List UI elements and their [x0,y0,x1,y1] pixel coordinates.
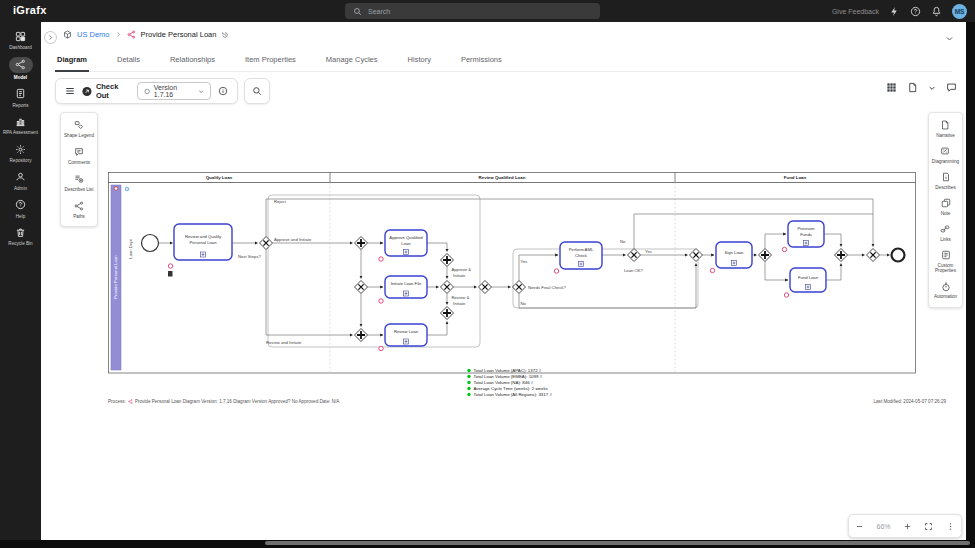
process-share-icon [128,399,133,404]
start-event[interactable] [142,235,159,252]
automation-button[interactable]: Automation [934,282,957,300]
check-out-button[interactable]: Check Out [82,82,130,100]
info-icon[interactable] [218,86,228,96]
process-share-icon [127,30,136,39]
document-icon [168,271,173,277]
nav-item-reports[interactable]: Reports [0,87,41,108]
custom-properties-icon [941,250,951,260]
describes-button[interactable]: Describes [935,172,955,190]
zoom-out-icon[interactable] [855,522,864,531]
project-cube-icon [63,30,72,39]
narrative-button[interactable]: Narrative [936,120,955,138]
tab-diagram[interactable]: Diagram [55,50,89,72]
breadcrumb-project-link[interactable]: US Demo [77,30,110,39]
version-history-icon[interactable] [221,31,229,39]
end-event[interactable] [892,249,905,262]
breadcrumb-current-item: Provide Personal Loan [141,30,217,39]
nav-label: Recycle Bin [8,241,32,246]
paths-icon [74,201,84,211]
custom-properties-button[interactable]: Custom Properties [931,250,960,274]
horizontal-scrollbar[interactable] [265,541,970,545]
nav-item-repository[interactable]: Repository [0,142,41,163]
note-button[interactable]: Note [941,198,951,216]
window-bottom-edge [0,540,975,548]
chevron-down-icon[interactable] [928,84,936,92]
fullscreen-icon[interactable] [924,522,933,531]
check-out-icon [82,86,92,97]
resource-icon [168,264,172,268]
task-sign-loan[interactable]: Sign Loan [716,242,752,268]
hamburger-menu-icon[interactable] [65,86,75,96]
nav-item-model[interactable]: Model [0,57,41,80]
panel-label: Describes List [65,187,94,193]
nav-item-recycle-bin[interactable]: Recycle Bin [0,225,41,246]
nav-item-admin[interactable]: Admin [0,170,41,191]
svg-text:Review and Qualify: Review and Qualify [185,234,222,239]
search-placeholder: Search [368,8,390,15]
task-provision-funds[interactable]: Provision Funds [788,221,824,247]
comment-bubble-icon[interactable] [946,82,957,93]
tab-history[interactable]: History [406,50,433,71]
export-document-icon[interactable] [907,82,918,93]
nav-item-rpa-assessment[interactable]: RPA Assessment [0,114,41,135]
chevron-right-icon [47,34,54,41]
collapse-panel-button[interactable] [44,31,57,44]
legend-item: Total Loan Volume (EMEA): 1099 # [474,374,543,379]
diagramming-button[interactable]: Diagramming [932,146,959,164]
model-icon [9,57,33,73]
gateway-label-loan-ok: Loan OK? [624,268,644,273]
tab-manage-cycles[interactable]: Manage Cycles [324,50,380,71]
task-perform-aml-check[interactable]: Perform AML Check [560,242,602,269]
gateway-label-needs-final-check: Needs Final Check? [528,285,566,290]
task-review-and-qualify-personal-loan[interactable]: Review and Qualify Personal Loan [174,224,232,260]
flow-label-review-initiate-1: Review & [452,295,470,300]
tab-item-properties[interactable]: Item Properties [243,50,298,71]
gear-icon [9,142,33,156]
whats-new-icon[interactable] [889,6,900,17]
task-approve-qualified-loan[interactable]: Approve Qualified Loan [385,230,427,256]
describes-list-button[interactable]: Describes List [65,174,94,192]
diagram-canvas[interactable]: Qualify Loan Review Qualified Loan Fund … [108,172,916,398]
paths-button[interactable]: Paths [73,201,85,219]
collapse-header-caret[interactable] [945,29,954,47]
global-search-input[interactable]: Search [345,3,600,19]
shape-legend-icon [74,120,84,130]
describes-list-icon [74,174,84,184]
task-fund-loan[interactable]: Fund Loan [790,268,826,292]
svg-text:Personal Loan: Personal Loan [189,240,217,245]
nav-item-dashboard[interactable]: Dashboard [0,29,41,50]
help-icon[interactable] [910,6,921,17]
task-review-loan[interactable]: Review Loan [385,324,427,346]
panel-label: Shape Legend [64,133,94,139]
flow-label-approve-initiate-1: Approve & [452,267,472,272]
user-avatar[interactable]: MS [952,4,967,19]
notifications-bell-icon[interactable] [931,6,942,17]
search-icon [252,86,262,96]
svg-text:Perform AML: Perform AML [569,247,594,252]
reports-icon [9,87,33,101]
diagram-right-panel: Narrative Diagramming Describes Note Lin… [928,112,963,308]
rpa-chart-icon [9,114,33,128]
give-feedback-link[interactable]: Give Feedback [832,8,879,15]
comments-button[interactable]: Comments [68,147,90,165]
tab-permissions[interactable]: Permissions [459,50,504,71]
version-label: Version 1.7.16 [154,84,194,98]
links-button[interactable]: Links [940,224,951,242]
nav-item-help[interactable]: Help [0,198,41,219]
tab-relationships[interactable]: Relationships [168,50,217,71]
version-dropdown[interactable]: Version 1.7.16 [137,82,211,100]
tab-details[interactable]: Details [115,50,142,71]
comments-icon [74,147,84,157]
grid-view-icon[interactable] [886,82,897,93]
shape-legend-button[interactable]: Shape Legend [64,120,94,138]
resource-icon [379,299,383,303]
svg-text:Initiate Loan File: Initiate Loan File [391,281,422,286]
app-logo[interactable]: iGrafx [13,4,47,16]
diagram-toolbar: Check Out Version 1.7.16 [55,78,238,104]
legend-item: Average Cycle Time (weeks): 2 weeks [474,386,549,391]
svg-text:Provision: Provision [797,226,815,231]
diagram-search-button[interactable] [244,78,270,104]
kebab-menu-icon[interactable] [946,522,955,531]
zoom-in-icon[interactable] [903,522,912,531]
task-initiate-loan-file[interactable]: Initiate Loan File [385,276,427,298]
